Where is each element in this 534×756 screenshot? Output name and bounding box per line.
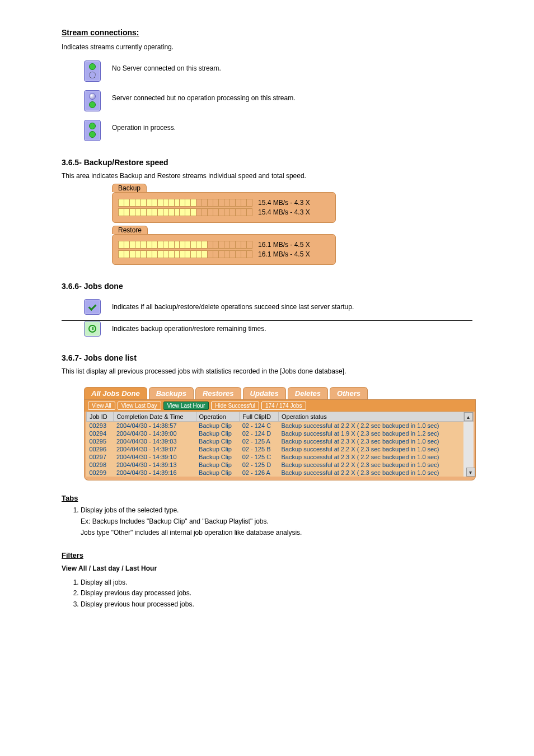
stream-state-text-0: No Server connected on this stream.: [112, 60, 472, 73]
tabs-explain-list: Display jobs of the selected type. Ex: B…: [62, 506, 472, 537]
cell-status: Backup successful at 2.2 X ( 2.3 sec bac…: [279, 445, 463, 453]
cell-dt: 2004/04/30 - 14:39:16: [114, 469, 196, 477]
speed-text: This area indicates Backup and Restore s…: [62, 171, 472, 181]
table-row[interactable]: 002962004/04/30 - 14:39:07Backup Clip02 …: [87, 445, 474, 453]
cell-clip: 02 - 124 D: [240, 430, 279, 437]
cell-status: Backup successful at 2.2 X ( 2.3 sec bac…: [279, 461, 463, 469]
heading-jobs-done-list: 3.6.7- Jobs done list: [62, 353, 472, 362]
cell-op: Backup Clip: [196, 430, 240, 437]
filter-btn-3[interactable]: Hide Successful: [211, 402, 259, 410]
speed-meter: [118, 250, 252, 258]
cell-op: Backup Clip: [196, 422, 240, 430]
tab-deletes[interactable]: Deletes: [288, 387, 328, 399]
col-job-id[interactable]: Job ID: [87, 412, 114, 422]
speed-panel-label: Restore: [112, 226, 148, 234]
speed-value: 16.1 MB/s - 4.5 X: [258, 250, 310, 258]
cell-status: Backup successful at 2.3 X ( 2.2 sec bac…: [279, 453, 463, 461]
cell-op: Backup Clip: [196, 469, 240, 477]
scrollbar-header: ▴: [463, 412, 474, 422]
filters-explain-0: Display all jobs.: [81, 578, 472, 587]
cell-op: Backup Clip: [196, 437, 240, 445]
cell-status: Backup successful at 1.9 X ( 2.3 sec bac…: [279, 430, 463, 437]
cell-clip: 02 - 125 C: [240, 453, 279, 461]
cell-clip: 02 - 125 B: [240, 445, 279, 453]
speed-panel-backup: Backup15.4 MB/s - 4.3 X15.4 MB/s - 4.3 X: [112, 192, 336, 223]
jobs-remaining-text: Indicates backup operation/restore remai…: [112, 321, 472, 334]
speed-value: 16.1 MB/s - 4.5 X: [258, 241, 310, 249]
table-row[interactable]: 002982004/04/30 - 14:39:13Backup Clip02 …: [87, 461, 474, 469]
stream-state-text-1: Server connected but no operation proces…: [112, 90, 472, 103]
jobs-list-text: This list display all previous processed…: [62, 367, 472, 376]
cell-status: Backup successful at 2.3 X ( 2.3 sec bac…: [279, 437, 463, 445]
filters-label: Filters: [62, 551, 472, 559]
table-row[interactable]: 002952004/04/30 - 14:39:03Backup Clip02 …: [87, 437, 474, 445]
stream-state-text-2: Operation in process.: [112, 120, 472, 133]
col-operation-status[interactable]: Operation status: [279, 412, 463, 422]
col-completion-date-time[interactable]: Completion Date & Time: [114, 412, 196, 422]
table-row[interactable]: 002942004/04/30 - 14:39:00Backup Clip02 …: [87, 430, 474, 437]
heading-backup-restore-speed: 3.6.5- Backup/Restore speed: [62, 158, 472, 167]
cell-clip: 02 - 126 A: [240, 469, 279, 477]
filters-head: View All / Last day / Last Hour: [62, 564, 472, 573]
heading-jobs-done: 3.6.6- Jobs done: [62, 282, 472, 291]
cell-status: Backup successful at 2.2 X ( 2.2 sec bac…: [279, 422, 463, 430]
tab-all-jobs-done[interactable]: All Jobs Done: [84, 387, 147, 399]
speed-value: 15.4 MB/s - 4.3 X: [258, 208, 310, 216]
stream-state-icon-connected-idle: [84, 90, 101, 111]
speed-meter: [118, 199, 252, 207]
scroll-down-icon[interactable]: ▾: [466, 468, 475, 477]
tab-updates[interactable]: Updates: [243, 387, 286, 399]
cell-dt: 2004/04/30 - 14:39:03: [114, 437, 196, 445]
speed-value: 15.4 MB/s - 4.3 X: [258, 199, 310, 207]
cell-clip: 02 - 125 D: [240, 461, 279, 469]
cell-op: Backup Clip: [196, 445, 240, 453]
jobs-success-text: Indicates if all backup/restore/delete o…: [112, 299, 472, 312]
speed-panel-label: Backup: [112, 184, 147, 192]
cell-dt: 2004/04/30 - 14:39:07: [114, 445, 196, 453]
jobs-tabs: All Jobs DoneBackupsRestoresUpdatesDelet…: [84, 387, 476, 399]
col-operation[interactable]: Operation: [196, 412, 240, 422]
tab-backups[interactable]: Backups: [149, 387, 194, 399]
scrollbar-track[interactable]: ▾: [463, 422, 474, 477]
tabs-label: Tabs: [62, 494, 472, 502]
filter-btn-0[interactable]: View All: [88, 402, 115, 410]
cell-id: 00296: [87, 445, 114, 453]
table-row[interactable]: 002992004/04/30 - 14:39:16Backup Clip02 …: [87, 469, 474, 477]
cell-status: Backup successful at 2.2 X ( 2.3 sec bac…: [279, 469, 463, 477]
table-row[interactable]: 002972004/04/30 - 14:39:10Backup Clip02 …: [87, 453, 474, 461]
cell-dt: 2004/04/30 - 14:38:57: [114, 422, 196, 430]
scroll-up-icon[interactable]: ▴: [464, 412, 473, 421]
jobs-remaining-icon: [84, 321, 101, 337]
cell-op: Backup Clip: [196, 461, 240, 469]
speed-panel-restore: Restore16.1 MB/s - 4.5 X16.1 MB/s - 4.5 …: [112, 234, 336, 265]
cell-id: 00294: [87, 430, 114, 437]
jobs-success-icon: [84, 299, 101, 315]
table-row[interactable]: 002932004/04/30 - 14:38:57Backup Clip02 …: [87, 422, 474, 430]
cell-clip: 02 - 125 A: [240, 437, 279, 445]
filters-explain-list: Display all jobs. Display previous day p…: [62, 578, 472, 609]
tabs-explain-2: Jobs type "Other" includes all internal …: [81, 528, 472, 538]
cell-id: 00297: [87, 453, 114, 461]
tab-others[interactable]: Others: [330, 387, 368, 399]
col-full-clipid[interactable]: Full ClipID: [240, 412, 279, 422]
cell-dt: 2004/04/30 - 14:39:00: [114, 430, 196, 437]
tabs-explain-1: Ex: Backups Includes "Backup Clip" and "…: [81, 517, 472, 526]
cell-dt: 2004/04/30 - 14:39:10: [114, 453, 196, 461]
tabs-explain-0: Display jobs of the selected type.: [81, 506, 472, 515]
filter-btn-4: 174 / 174 Jobs: [261, 402, 306, 410]
speed-meter: [118, 241, 252, 249]
stream-connections-intro: Indicates streams currently operating.: [62, 43, 472, 52]
cell-op: Backup Clip: [196, 453, 240, 461]
jobs-filter-bar: View AllView Last DayView Last HourHide …: [84, 399, 476, 412]
cell-id: 00298: [87, 461, 114, 469]
cell-clip: 02 - 124 C: [240, 422, 279, 430]
cell-id: 00295: [87, 437, 114, 445]
filter-btn-1[interactable]: View Last Day: [118, 402, 161, 410]
jobs-done-table: Job IDCompletion Date & TimeOperationFul…: [86, 412, 474, 477]
tab-restores[interactable]: Restores: [195, 387, 241, 399]
filters-explain-2: Display previous hour processed jobs.: [81, 600, 472, 609]
stream-state-icon-connected-working: [84, 120, 101, 141]
filter-btn-2[interactable]: View Last Hour: [163, 402, 209, 410]
cell-dt: 2004/04/30 - 14:39:13: [114, 461, 196, 469]
stream-connections-title: Stream connections:: [62, 28, 472, 37]
